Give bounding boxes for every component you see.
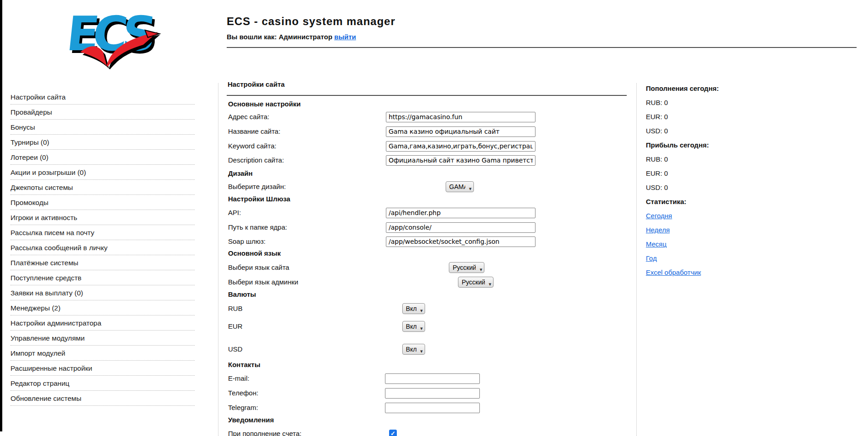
sidebar-item-lotteries[interactable]: Лотереи (0)	[10, 150, 195, 165]
telegram-input[interactable]	[385, 403, 480, 413]
left-edge-bar	[0, 0, 2, 431]
stats-link-today[interactable]: Сегодня	[646, 212, 672, 220]
sidebar-item-advanced-settings[interactable]: Расширенные настройки	[10, 361, 195, 376]
svg-text:ECS: ECS	[64, 6, 156, 62]
site-description-row: Description сайта:	[228, 155, 284, 166]
sidebar-item-site-settings[interactable]: Настройки сайта	[10, 89, 195, 105]
site-name-input[interactable]	[386, 126, 535, 137]
deposit-notify-row: При пополнение счета: ✓	[228, 428, 301, 436]
sidebar-item-bonuses[interactable]: Бонусы	[10, 120, 195, 135]
sidebar-item-managers[interactable]: Менеджеры (2)	[10, 300, 195, 315]
sidebar-item-system-update[interactable]: Обновление системы	[10, 391, 195, 406]
phone-label: Телефон:	[228, 388, 258, 399]
site-description-input[interactable]	[386, 155, 535, 166]
currency-usd-select[interactable]: Вкл	[402, 344, 425, 355]
deposits-eur-value: 0	[664, 113, 668, 121]
deposit-notify-checkbox[interactable]: ✓	[389, 430, 397, 436]
admin-language-row: Выбери язык админки Русский ▾	[228, 277, 336, 288]
sidebar-item-email-broadcast[interactable]: Рассылка писем на почту	[10, 225, 195, 240]
stats-link-month[interactable]: Месяц	[646, 240, 666, 248]
sidebar-item-jackpots[interactable]: Джекпоты системы	[10, 180, 195, 195]
profit-eur-value: 0	[664, 169, 668, 177]
section-design: Дизайн	[228, 169, 253, 178]
soap-gateway-input[interactable]	[386, 236, 535, 247]
deposits-rub-label: RUB:	[646, 99, 662, 106]
site-language-select[interactable]: Русский	[449, 262, 484, 273]
email-input[interactable]	[385, 373, 480, 384]
panel-divider	[227, 95, 627, 96]
site-settings-panel: Настройки сайта Основные настройки Адрес…	[227, 78, 627, 436]
sidebar-item-promotions[interactable]: Акции и розыгрыши (0)	[10, 165, 195, 180]
core-path-label: Путь к папке ядра:	[228, 222, 287, 233]
page: ECS ECS ECS - casino system manager Вы в…	[0, 0, 868, 436]
sidebar-item-promocodes[interactable]: Промокоды	[10, 195, 195, 210]
sidebar-item-payment-systems[interactable]: Платёжные системы	[10, 255, 195, 270]
design-row: Выберите дизайн: GAMA ▾	[228, 181, 316, 192]
currency-usd-row: USD Вкл ▾	[228, 344, 267, 355]
site-description-label: Description сайта:	[228, 155, 284, 166]
currency-usd-label: USD	[228, 344, 243, 355]
panel-title: Настройки сайта	[228, 80, 285, 88]
stats-link-year[interactable]: Год	[646, 254, 657, 262]
stats-link-excel-handler[interactable]: Excel обработчик	[646, 268, 701, 276]
header-divider	[227, 47, 857, 48]
site-address-input[interactable]	[386, 112, 535, 122]
profit-rub-value: 0	[664, 155, 668, 163]
sidebar-item-pm-broadcast[interactable]: Рассылка сообщений в личку	[10, 240, 195, 255]
deposits-eur: EUR: 0	[646, 112, 783, 126]
design-select[interactable]: GAMA	[446, 181, 474, 192]
ecs-logo-icon: ECS ECS	[63, 6, 161, 70]
profit-today-title: Прибыль сегодня:	[646, 140, 783, 154]
section-currencies: Валюты	[228, 290, 256, 299]
currency-eur-label: EUR	[228, 321, 243, 332]
site-keyword-row: Keyword сайта:	[228, 141, 276, 152]
site-keyword-label: Keyword сайта:	[228, 141, 276, 152]
sidebar-item-module-import[interactable]: Импорт модулей	[10, 346, 195, 361]
site-address-label: Адрес сайта:	[228, 111, 270, 122]
deposits-usd-value: 0	[664, 127, 668, 135]
stats-link-week[interactable]: Неделя	[646, 226, 670, 234]
profit-usd: USD: 0	[646, 183, 783, 197]
api-input[interactable]	[386, 208, 535, 218]
api-row: API:	[228, 207, 241, 218]
design-label: Выберите дизайн:	[228, 181, 286, 192]
sidebar-item-incoming-funds[interactable]: Поступление средств	[10, 270, 195, 285]
telegram-label: Telegram:	[228, 402, 258, 413]
logout-link[interactable]: выйти	[334, 33, 356, 41]
site-language-label: Выбери язык сайта	[228, 262, 289, 273]
deposits-today-title: Пополнения сегодня:	[646, 84, 783, 98]
soap-gateway-row: Soap шлюз:	[228, 236, 265, 247]
telegram-row: Telegram:	[228, 402, 258, 413]
sidebar-item-providers[interactable]: Провайдеры	[10, 105, 195, 120]
site-name-label: Название сайта:	[228, 126, 281, 137]
sidebar-item-page-editor[interactable]: Редактор страниц	[10, 376, 195, 391]
sidebar-item-payout-requests[interactable]: Заявки на выплату (0)	[10, 285, 195, 300]
sidebar-item-module-management[interactable]: Управление модулями	[10, 331, 195, 346]
phone-input[interactable]	[385, 388, 480, 399]
section-gateway: Настройки Шлюза	[228, 194, 290, 204]
profit-rub-label: RUB:	[646, 155, 662, 163]
admin-language-select[interactable]: Русский	[458, 277, 494, 288]
email-label: E-mail:	[228, 373, 249, 384]
deposits-eur-label: EUR:	[646, 113, 662, 121]
main-right-divider	[636, 83, 637, 436]
sidebar-item-players[interactable]: Игроки и активность	[10, 210, 195, 225]
sidebar-menu: Настройки сайта Провайдеры Бонусы Турнир…	[10, 89, 195, 406]
section-language: Основной язык	[228, 249, 281, 258]
currency-rub-select[interactable]: Вкл	[402, 303, 425, 314]
currency-eur-select[interactable]: Вкл	[402, 321, 425, 332]
ecs-logo[interactable]: ECS ECS	[63, 6, 161, 70]
core-path-input[interactable]	[386, 222, 535, 233]
email-row: E-mail:	[228, 373, 249, 384]
deposits-rub-value: 0	[664, 99, 668, 106]
site-address-row: Адрес сайта:	[228, 111, 270, 122]
site-keyword-input[interactable]	[386, 141, 535, 152]
sidebar-item-tournaments[interactable]: Турниры (0)	[10, 135, 195, 150]
currency-rub-label: RUB	[228, 303, 243, 314]
core-path-row: Путь к папке ядра:	[228, 222, 287, 233]
profit-eur-label: EUR:	[646, 169, 662, 177]
profit-rub: RUB: 0	[646, 154, 783, 168]
phone-row: Телефон:	[228, 388, 258, 399]
api-label: API:	[228, 207, 241, 218]
sidebar-item-admin-settings[interactable]: Настройки администратора	[10, 315, 195, 331]
